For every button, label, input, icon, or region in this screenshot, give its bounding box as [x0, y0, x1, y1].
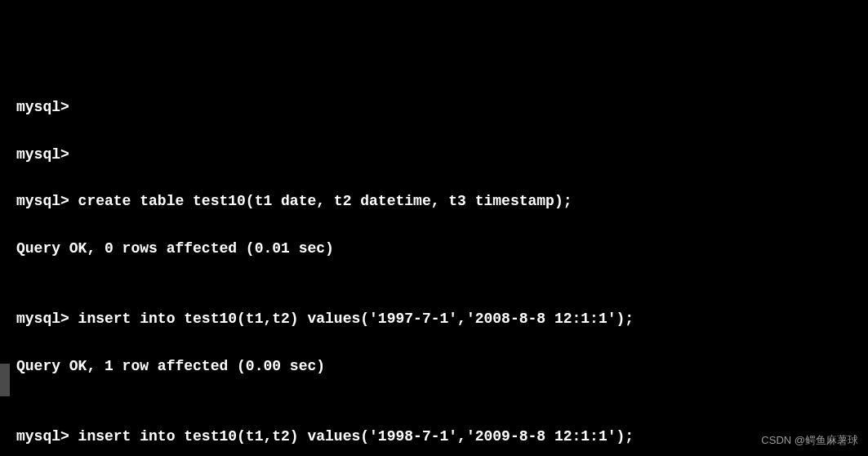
terminal-line: mysql> insert into test10(t1,t2) values(…: [16, 307, 852, 331]
terminal-line: mysql> create table test10(t1 date, t2 d…: [16, 190, 852, 213]
terminal-line: mysql>: [16, 96, 852, 119]
terminal-line: mysql>: [16, 143, 852, 167]
terminal-line: Query OK, 0 rows affected (0.01 sec): [16, 237, 852, 261]
scrollbar-thumb[interactable]: [0, 364, 10, 396]
terminal-line: mysql> insert into test10(t1,t2) values(…: [16, 425, 852, 449]
watermark-text: CSDN @鳄鱼麻薯球: [761, 432, 858, 449]
terminal-line: Query OK, 1 row affected (0.00 sec): [16, 355, 852, 378]
